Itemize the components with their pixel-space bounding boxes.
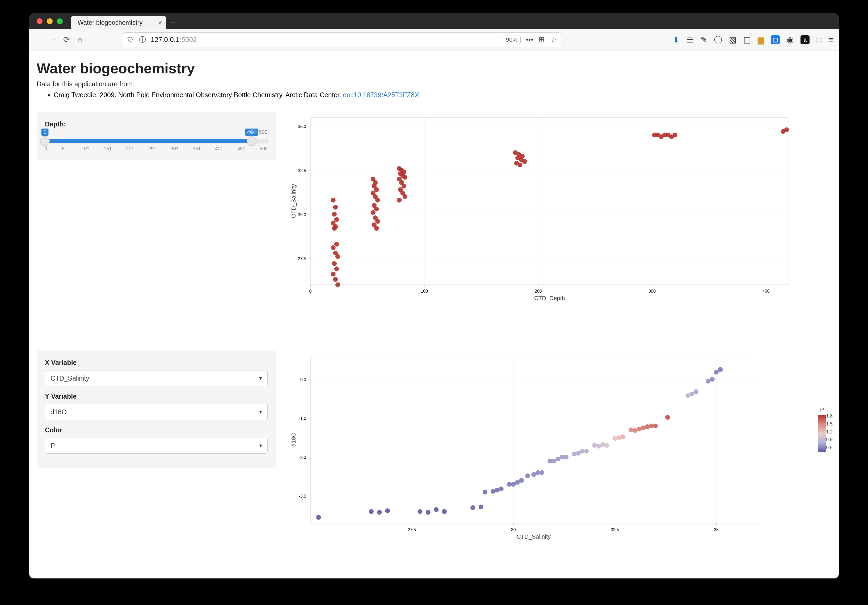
slider-handle-high[interactable]: [247, 136, 256, 146]
xvar-select[interactable]: CTD_Salinity ▾: [45, 370, 268, 386]
maximize-window-button[interactable]: [57, 18, 63, 24]
extension-4-icon[interactable]: ▢: [771, 35, 780, 44]
svg-rect-0: [310, 118, 789, 285]
extension-1-icon[interactable]: ✎: [701, 36, 707, 44]
svg-point-57: [375, 219, 380, 224]
svg-text:30: 30: [511, 528, 516, 532]
svg-point-153: [617, 435, 622, 440]
svg-text:32.5: 32.5: [611, 528, 619, 532]
shield-icon[interactable]: 🛡: [127, 36, 134, 44]
svg-point-162: [665, 415, 670, 419]
download-icon[interactable]: ⬇: [673, 36, 680, 44]
url-host: 127.0.0.1: [151, 36, 180, 43]
svg-text:d18O: d18O: [290, 432, 297, 447]
yvar-select[interactable]: d18O ▾: [45, 404, 268, 420]
url-port: :5902: [180, 36, 197, 43]
extension-icons: ⬇ ☰ ✎ ⓘ ▧ ◫ ▆ ▢ ◉ a ⸬ ≡: [673, 35, 834, 44]
legend-title: P: [810, 406, 834, 413]
svg-point-129: [495, 487, 500, 492]
svg-point-44: [333, 277, 338, 282]
info-icon[interactable]: ⓘ: [139, 35, 146, 44]
chevron-down-icon: ▾: [259, 408, 262, 415]
menu-icon[interactable]: ≡: [829, 36, 834, 44]
svg-point-121: [417, 509, 422, 514]
depth-slider[interactable]: 1 464 500 151101151201251301351401451500: [45, 139, 268, 152]
citation-link[interactable]: doi:10.18739/A25T3FZ8X: [343, 91, 419, 99]
more-icon[interactable]: •••: [526, 36, 533, 44]
page-title: Water biogeochemistry: [37, 60, 831, 76]
browser-tab[interactable]: Water biogeochemistry ×: [71, 16, 166, 29]
svg-point-87: [673, 133, 677, 137]
svg-point-132: [511, 482, 516, 487]
chevron-down-icon: ▾: [259, 442, 262, 449]
svg-point-55: [371, 210, 375, 215]
svg-point-147: [584, 449, 589, 453]
forward-button[interactable]: →: [49, 36, 57, 44]
svg-point-78: [522, 159, 527, 164]
svg-point-122: [426, 510, 431, 515]
svg-point-135: [525, 473, 530, 478]
svg-point-126: [478, 504, 483, 509]
svg-text:27.5: 27.5: [298, 257, 306, 261]
url-bar[interactable]: 🛡 ⓘ 127.0.0.1:5902 90% ••• ⛨ ☆: [123, 32, 561, 47]
chevron-down-icon: ▾: [259, 375, 262, 382]
svg-point-37: [334, 242, 339, 246]
svg-point-30: [331, 198, 336, 203]
citation-text: Craig Tweedie. 2009. North Pole Environm…: [54, 91, 343, 99]
svg-point-167: [710, 377, 715, 382]
svg-text:-1.0: -1.0: [299, 416, 306, 421]
addons-icon[interactable]: ⸬: [817, 36, 822, 44]
library-icon[interactable]: ☰: [687, 36, 694, 44]
extension-2-icon[interactable]: ⓘ: [714, 36, 722, 44]
svg-point-136: [531, 472, 536, 477]
svg-point-31: [333, 205, 338, 210]
reload-button[interactable]: ⟳: [63, 36, 72, 44]
citation-item: Craig Tweedie. 2009. North Pole Environm…: [54, 91, 831, 99]
slider-ticks: 151101151201251301351401451500: [45, 146, 268, 152]
svg-point-38: [331, 245, 336, 250]
svg-point-127: [483, 490, 487, 495]
svg-point-164: [690, 392, 694, 396]
svg-text:100: 100: [421, 289, 428, 294]
svg-point-59: [374, 226, 379, 231]
svg-point-49: [374, 187, 379, 192]
svg-point-45: [335, 282, 340, 287]
home-button[interactable]: ⌂: [78, 36, 86, 44]
reader-icon[interactable]: ⛨: [538, 36, 546, 44]
chart-depth-salinity: 010020030040027.530.032.535.0CTD_DepthCT…: [289, 112, 831, 337]
side-panel-icon[interactable]: ◫: [743, 36, 751, 44]
minimize-window-button[interactable]: [47, 18, 53, 24]
slider-handle-low[interactable]: [40, 136, 50, 146]
extension-5-icon[interactable]: a: [800, 35, 809, 44]
svg-point-65: [403, 175, 408, 179]
page-content: Water biogeochemistry Data for this appl…: [29, 51, 839, 579]
svg-point-54: [374, 207, 379, 211]
svg-point-151: [604, 443, 609, 448]
svg-point-42: [334, 266, 339, 271]
xvar-value: CTD_Salinity: [51, 374, 89, 382]
close-tab-icon[interactable]: ×: [158, 19, 162, 27]
color-select[interactable]: P ▾: [45, 438, 268, 453]
new-tab-button[interactable]: ＋: [166, 16, 180, 29]
slider-high-value: 464: [245, 128, 258, 136]
svg-point-120: [385, 508, 390, 513]
svg-point-118: [369, 509, 374, 514]
svg-rect-90: [310, 356, 757, 523]
extension-3-icon[interactable]: ▧: [729, 36, 736, 44]
svg-text:CTD_Depth: CTD_Depth: [534, 295, 565, 302]
depth-label: Depth:: [45, 120, 268, 128]
zoom-badge[interactable]: 90%: [503, 36, 521, 44]
svg-point-140: [552, 459, 556, 463]
svg-point-133: [515, 480, 520, 485]
svg-point-40: [335, 254, 340, 259]
back-button[interactable]: ←: [34, 36, 43, 44]
close-window-button[interactable]: [37, 18, 42, 24]
svg-point-141: [556, 456, 561, 461]
svg-point-33: [334, 217, 339, 222]
folder-icon[interactable]: ▆: [758, 36, 764, 44]
svg-text:35.0: 35.0: [298, 124, 306, 129]
account-icon[interactable]: ◉: [787, 36, 794, 44]
legend-ticks: 1.81.51.20.90.6: [826, 413, 833, 450]
svg-text:0.0: 0.0: [300, 378, 306, 382]
bookmark-star-icon[interactable]: ☆: [551, 36, 557, 44]
